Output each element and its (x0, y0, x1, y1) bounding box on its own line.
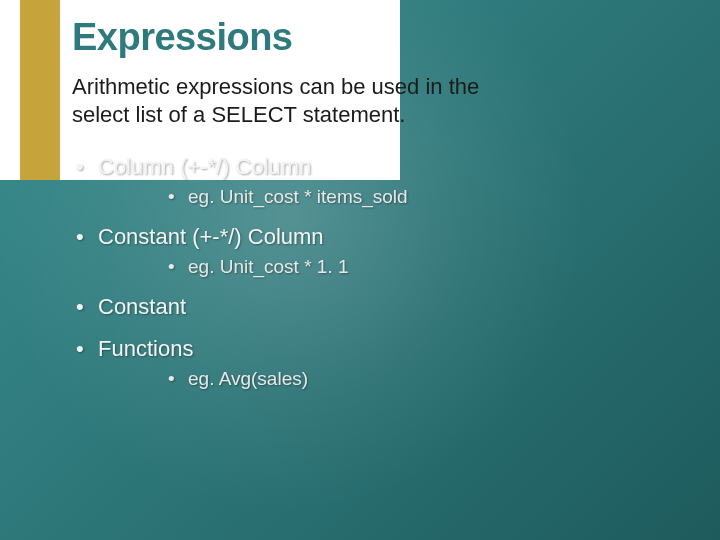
sub-list: eg. Avg(sales) (98, 368, 682, 390)
bullet-text: eg. Unit_cost * items_sold (188, 186, 408, 207)
bullet-text: Constant (98, 294, 186, 319)
sub-list: eg. Unit_cost * 1. 1 (98, 256, 682, 278)
list-item: eg. Avg(sales) (98, 368, 682, 390)
slide-content: Expressions Arithmetic expressions can b… (72, 16, 682, 390)
list-item: Constant (+-*/) Column eg. Unit_cost * 1… (72, 224, 682, 278)
list-item: eg. Unit_cost * 1. 1 (98, 256, 682, 278)
slide-intro: Arithmetic expressions can be used in th… (72, 73, 532, 128)
list-item: Column (+-*/) Column eg. Unit_cost * ite… (72, 154, 682, 208)
bullet-text: Column (+-*/) Column (98, 154, 311, 179)
bullet-text: eg. Unit_cost * 1. 1 (188, 256, 349, 277)
bullet-text: eg. Avg(sales) (188, 368, 308, 389)
slide-title: Expressions (72, 16, 682, 59)
bullet-list: Column (+-*/) Column eg. Unit_cost * ite… (72, 154, 682, 390)
sub-list: eg. Unit_cost * items_sold (98, 186, 682, 208)
list-item: eg. Unit_cost * items_sold (98, 186, 682, 208)
list-item: Functions eg. Avg(sales) (72, 336, 682, 390)
list-item: Constant (72, 294, 682, 320)
bullet-text: Functions (98, 336, 193, 361)
accent-strip (20, 0, 60, 180)
bullet-text: Constant (+-*/) Column (98, 224, 324, 249)
